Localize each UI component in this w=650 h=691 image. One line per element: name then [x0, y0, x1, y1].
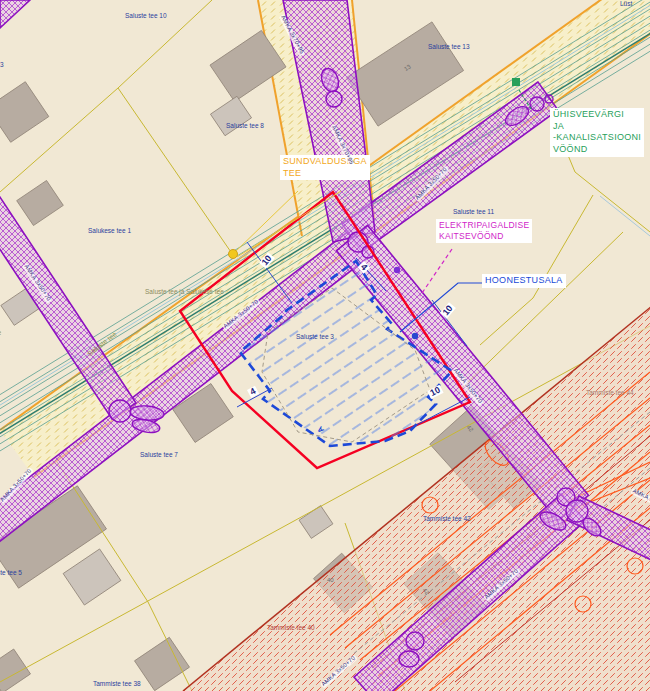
tammiste-tee-38: Tammiste tee 38: [93, 681, 141, 688]
saluste-tee-7: Saluste tee 7: [140, 452, 178, 459]
saluste-tee-10: Saluste tee 10: [125, 13, 167, 20]
water-node-marker: [512, 78, 520, 86]
annotation-sundvaldusega-tee: SUNDVALDUSEGA TEE: [280, 155, 370, 180]
saluste-tee-11: Saluste tee 11: [453, 209, 494, 216]
saluste-tee-3: Saluste tee 3: [296, 334, 334, 341]
tammiste-tee-42: Tammiste tee 42: [423, 516, 471, 523]
cable-point-marker: [394, 267, 400, 273]
edge-label-lyst: Lüst: [620, 1, 632, 8]
edge-label-3: 3: [0, 62, 4, 69]
survey-point-marker: [412, 333, 418, 339]
saluste-tee-8: Saluste tee 8: [226, 123, 264, 130]
saluste-tee-13: Saluste tee 13: [428, 44, 470, 51]
road-name-fragment: Saluste tee: [0, 329, 1, 336]
saluste-tee-5: Saluste tee 5: [0, 570, 22, 577]
annotation-hoonestusala: HOONESTUSALA: [482, 274, 566, 288]
detail-plan-map: SUNDVALDUSEGA TEE ELEKTRIPAIGALDISE KAIT…: [0, 0, 650, 691]
mark-40: 40: [327, 577, 334, 583]
annotation-uhisveevargi: ÜHISVEEVÄRGI JA -KANALISATSIOONI VÖÖND: [550, 108, 644, 157]
tammiste-tee-44: Tammiste tee 44: [586, 390, 634, 397]
salukese-tee-1: Salukese tee 1: [88, 228, 131, 235]
saluste-salukese: Saluste tee ja Salukese tee: [145, 289, 224, 296]
annotation-elektripaigaldise: ELEKTRIPAIGALDISE KAITSEVÖÖND: [436, 219, 532, 243]
tammiste-tee-40: Tammiste tee 40: [267, 625, 315, 632]
road-point-marker: [229, 250, 238, 259]
